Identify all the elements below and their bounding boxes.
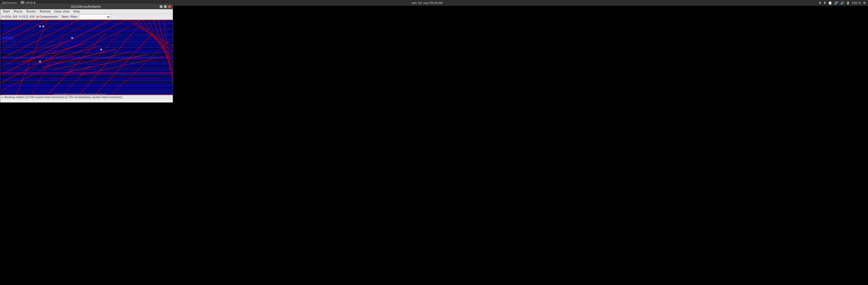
svg-rect-108	[39, 26, 41, 27]
svg-rect-35	[0, 55, 173, 56]
svg-rect-69	[0, 92, 173, 92]
clipboard-tray-icon: 📋	[828, 1, 832, 5]
svg-rect-2	[0, 22, 173, 22]
svg-rect-14	[0, 34, 173, 34]
svg-rect-25	[0, 44, 173, 45]
coordinates-display: X=3554.558 Y=3132.658	[1, 15, 35, 18]
svg-rect-66	[0, 89, 173, 90]
system-bar-right: ⬇ ⬆ 📋 🔗 🔊 🔋 100 % ⚙	[818, 1, 866, 5]
svg-rect-8	[0, 28, 173, 28]
svg-rect-17	[0, 36, 173, 37]
svg-rect-111	[100, 49, 102, 50]
svg-rect-22	[0, 41, 173, 42]
menu-bar: Start Placer Router Redraw Clear view He…	[0, 9, 173, 14]
svg-rect-7	[0, 26, 173, 27]
svg-rect-109	[42, 26, 44, 27]
download-tray-icon: ⬇	[818, 1, 821, 5]
maximize-button[interactable]	[164, 5, 167, 8]
svg-rect-21	[0, 40, 173, 41]
settings-tray-icon[interactable]: ⚙	[863, 1, 866, 5]
status-bar: > Routing ended (11178 routed interconne…	[0, 95, 173, 99]
svg-rect-67	[0, 90, 173, 91]
svg-rect-45	[0, 66, 173, 67]
svg-rect-31	[0, 51, 173, 51]
svg-rect-65	[0, 88, 173, 89]
svg-rect-12	[0, 31, 169, 32]
network-tray-icon: 🔗	[834, 1, 838, 5]
svg-rect-16	[0, 35, 173, 36]
svg-rect-60	[0, 82, 173, 83]
status-message: > Routing ended (11178 routed interconne…	[1, 96, 122, 99]
minimize-button[interactable]	[159, 5, 163, 8]
nets-radio-dot	[59, 15, 62, 18]
svg-rect-33	[0, 52, 173, 53]
menu-placer[interactable]: Placer	[12, 9, 24, 13]
svg-rect-13	[0, 32, 173, 33]
svg-rect-1	[0, 20, 173, 21]
svg-rect-61	[0, 84, 173, 84]
svg-rect-9	[0, 28, 173, 29]
svg-rect-110	[71, 37, 73, 39]
filter-dropdown-container	[79, 14, 111, 19]
svg-rect-38	[0, 58, 173, 59]
svg-rect-44	[0, 64, 173, 65]
svg-rect-57	[0, 79, 173, 80]
upload-tray-icon: ⬆	[824, 1, 826, 5]
menu-router[interactable]: Router	[25, 9, 37, 13]
svg-rect-15	[0, 34, 173, 35]
svg-rect-112	[39, 61, 41, 62]
svg-rect-70	[0, 93, 173, 93]
filter-dropdown[interactable]	[79, 14, 111, 19]
battery-tray-icon: 🔋	[846, 2, 849, 4]
battery-percent: 100 %	[851, 1, 861, 5]
svg-rect-54	[0, 75, 173, 76]
svg-rect-115	[0, 58, 173, 58]
nets-radio[interactable]: Nets	[59, 15, 69, 19]
svg-rect-121	[0, 20, 2, 95]
svg-rect-26	[0, 45, 173, 46]
svg-rect-23	[0, 42, 173, 43]
svg-rect-53	[0, 75, 173, 75]
svg-rect-113	[0, 20, 173, 20]
view-mode-group: Components Nets	[36, 15, 69, 19]
components-radio-dot	[36, 15, 39, 18]
toolbar: X=3554.558 Y=3132.658 Components Nets Fi…	[0, 14, 173, 20]
close-button[interactable]	[168, 5, 171, 8]
svg-rect-56	[0, 78, 173, 79]
svg-rect-4	[0, 23, 173, 24]
svg-rect-62	[0, 84, 173, 85]
components-radio[interactable]: Components	[36, 15, 58, 19]
title-bar: 32x32ArrayMultiplier	[0, 4, 173, 9]
menu-help[interactable]: Help	[71, 9, 81, 13]
svg-rect-43	[0, 64, 173, 64]
app-window: 32x32ArrayMultiplier Start Placer Router…	[0, 4, 173, 103]
window-title: 32x32ArrayMultiplier	[12, 5, 159, 8]
menu-redraw[interactable]: Redraw	[38, 9, 52, 13]
menu-clearview[interactable]: Clear view	[53, 9, 71, 13]
svg-rect-58	[0, 80, 173, 81]
svg-rect-120	[53, 94, 105, 95]
svg-rect-68	[0, 91, 173, 91]
svg-rect-28	[0, 47, 173, 47]
menu-start[interactable]: Start	[1, 9, 11, 13]
pcb-routing-svg	[0, 20, 173, 95]
svg-rect-39	[0, 59, 173, 60]
svg-rect-18	[0, 37, 169, 38]
svg-rect-50	[0, 72, 173, 73]
pcb-canvas-area[interactable]	[0, 20, 173, 95]
filter-label: Filter	[70, 15, 78, 19]
volume-tray-icon: 🔊	[840, 1, 844, 5]
svg-rect-42	[0, 63, 173, 63]
svg-rect-63	[0, 85, 173, 86]
title-bar-controls	[159, 5, 171, 8]
svg-rect-59	[0, 81, 173, 82]
svg-rect-117	[0, 73, 173, 74]
system-bar-datetime: søn 19. sep 09:20:08	[412, 1, 442, 5]
nets-label: Nets	[62, 15, 69, 19]
svg-rect-32	[0, 51, 173, 52]
components-label: Components	[39, 15, 58, 19]
